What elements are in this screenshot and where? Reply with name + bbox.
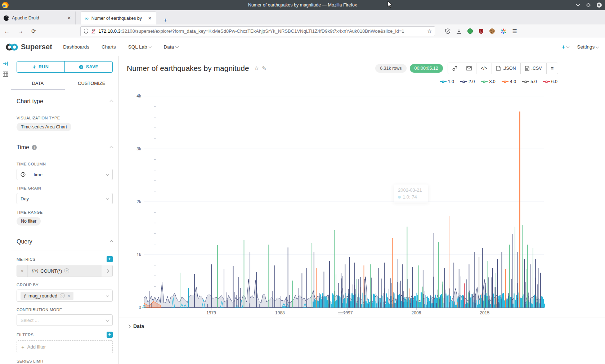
- tab-data[interactable]: DATA: [11, 77, 65, 90]
- add-metric-button[interactable]: +: [107, 256, 113, 262]
- timeseries-area-chart[interactable]: 01k2k3k4k19791988199720062015: [119, 90, 605, 316]
- window-close-button[interactable]: [596, 2, 602, 8]
- select-placeholder: Select ...: [21, 318, 103, 323]
- chart-tooltip: 2002-03-21 1.0: 74: [394, 185, 428, 203]
- tab-close-icon[interactable]: ✕: [147, 16, 152, 21]
- section-time[interactable]: Timei: [17, 136, 113, 156]
- fx-icon: ƒ(x): [31, 268, 38, 274]
- insecure-lock-icon[interactable]: [91, 28, 96, 34]
- dataset-grid-icon[interactable]: [3, 71, 8, 77]
- filters-label: FILTERS: [17, 333, 33, 337]
- add-filter-box[interactable]: + Add filter: [17, 340, 113, 353]
- copy-link-button[interactable]: [448, 63, 462, 74]
- tab-customize[interactable]: CUSTOMIZE: [65, 77, 119, 90]
- section-chart-type[interactable]: Chart type: [17, 90, 113, 110]
- tab-apache-druid[interactable]: Apache Druid ✕: [0, 12, 76, 24]
- panel-tabs: DATA CUSTOMIZE: [11, 77, 118, 90]
- edit-title-icon[interactable]: ✎: [262, 65, 266, 72]
- forward-button[interactable]: →: [14, 28, 27, 35]
- run-button[interactable]: RUN: [17, 62, 65, 72]
- tab-earthquakes-chart[interactable]: ∞ Numer of earthquakes by ✕: [81, 12, 156, 24]
- legend-label: 3.0: [489, 79, 495, 84]
- back-button[interactable]: ←: [0, 28, 14, 35]
- shield-check-icon[interactable]: [445, 28, 451, 34]
- viz-type-value[interactable]: Time-series Area Chart: [17, 123, 71, 131]
- metric-chip[interactable]: × ƒ(x)COUNT(*)?: [17, 265, 113, 277]
- chevron-down-icon: [148, 45, 152, 48]
- row-count-badge: 6.31k rows: [375, 64, 406, 73]
- help-icon: ?: [64, 268, 69, 273]
- privacy-badger-icon[interactable]: [467, 28, 473, 34]
- run-save-group: RUN SAVE: [17, 61, 113, 73]
- contribution-mode-select[interactable]: Select ...: [17, 314, 113, 326]
- embed-code-button[interactable]: </>: [476, 63, 492, 74]
- favorite-star-icon[interactable]: ☆: [254, 65, 259, 72]
- nav-dashboards[interactable]: Dashboards: [63, 44, 89, 50]
- url-bar[interactable]: 172.18.0.3:32108/superset/explore/?form_…: [80, 26, 435, 36]
- remove-chip-icon[interactable]: ×: [67, 293, 70, 299]
- plus-circle-icon: [79, 65, 84, 69]
- export-csv-button[interactable]: .CSV: [521, 63, 547, 74]
- chevron-down-icon: [106, 172, 109, 176]
- superset-header: Superset Dashboards Charts SQL Lab Data …: [0, 38, 605, 56]
- tab-label: Numer of earthquakes by: [91, 16, 144, 21]
- nav-charts[interactable]: Charts: [102, 44, 116, 50]
- bookmark-star-icon[interactable]: ☆: [427, 28, 432, 35]
- new-item-button[interactable]: +: [562, 44, 569, 51]
- legend-item-4.0[interactable]: 4.0: [502, 79, 516, 84]
- save-button[interactable]: SAVE: [65, 62, 112, 72]
- browser-toolbar: ← → ⟳ 172.18.0.3:32108/superset/explore/…: [0, 24, 605, 38]
- tooltip-date: 2002-03-21: [398, 187, 424, 193]
- menu-icon[interactable]: ☰: [512, 28, 517, 35]
- legend-item-1.0[interactable]: 1.0: [440, 79, 454, 84]
- section-query[interactable]: Query: [17, 231, 113, 250]
- settings-menu[interactable]: Settings: [577, 44, 599, 50]
- data-panel-toggle[interactable]: Data: [119, 318, 605, 329]
- expand-metric-icon[interactable]: [102, 265, 112, 277]
- chart-menu-button[interactable]: ≡: [547, 63, 558, 74]
- add-filter-plus-button[interactable]: +: [107, 332, 113, 338]
- expand-datasource-panel-icon[interactable]: [3, 61, 8, 66]
- panel-resize-handle[interactable]: [338, 311, 347, 315]
- tab-close-icon[interactable]: ✕: [67, 15, 72, 21]
- legend-marker-icon: [502, 81, 508, 83]
- reload-button[interactable]: ⟳: [27, 28, 40, 35]
- legend-item-3.0[interactable]: 3.0: [481, 79, 495, 84]
- nav-data[interactable]: Data: [164, 44, 179, 50]
- new-tab-button[interactable]: +: [161, 16, 170, 24]
- remove-metric-icon[interactable]: ×: [17, 265, 28, 277]
- legend-item-6.0[interactable]: 6.0: [543, 79, 557, 84]
- time-grain-label: TIME GRAIN: [17, 186, 113, 190]
- time-range-label: TIME RANGE: [17, 210, 113, 214]
- legend-item-2.0[interactable]: 2.0: [460, 79, 475, 84]
- group-by-select[interactable]: ƒmag_rounded?×: [17, 290, 113, 302]
- ublock-origin-icon[interactable]: [479, 28, 484, 34]
- container-pinwheel-icon[interactable]: [501, 28, 506, 34]
- cookie-extension-icon[interactable]: [489, 28, 495, 34]
- time-column-select[interactable]: __time: [17, 169, 113, 180]
- legend-label: 6.0: [551, 79, 557, 84]
- window-maximize-button[interactable]: [586, 3, 591, 7]
- url-text[interactable]: 172.18.0.3:32108/superset/explore/?form_…: [98, 28, 425, 34]
- query-timer-badge: 00:00:05.12: [410, 64, 443, 73]
- export-json-button[interactable]: .JSON: [492, 63, 521, 74]
- group-by-chip[interactable]: ƒmag_rounded?×: [21, 292, 73, 300]
- help-icon: ?: [60, 293, 65, 298]
- nav-sql-lab[interactable]: SQL Lab: [128, 44, 152, 50]
- mouse-cursor: [387, 1, 393, 8]
- lightning-icon: [33, 65, 36, 69]
- email-button[interactable]: [462, 63, 476, 74]
- brand-wordmark: Superset: [21, 43, 52, 51]
- svg-text:4k: 4k: [136, 94, 142, 99]
- download-icon[interactable]: [456, 28, 462, 34]
- file-icon: [496, 66, 501, 71]
- legend-item-5.0[interactable]: 5.0: [522, 79, 537, 84]
- control-panel: RUN SAVE DATA CUSTOMIZE Chart type VISUA…: [11, 56, 119, 364]
- time-column-value: __time: [28, 172, 103, 177]
- time-grain-select[interactable]: Day: [17, 193, 113, 204]
- window-minimize-button[interactable]: [575, 3, 581, 7]
- clock-icon: [21, 172, 26, 177]
- superset-logo[interactable]: Superset: [6, 43, 52, 51]
- tracking-protection-shield-icon[interactable]: [84, 28, 89, 34]
- time-range-value[interactable]: No filter: [17, 217, 41, 226]
